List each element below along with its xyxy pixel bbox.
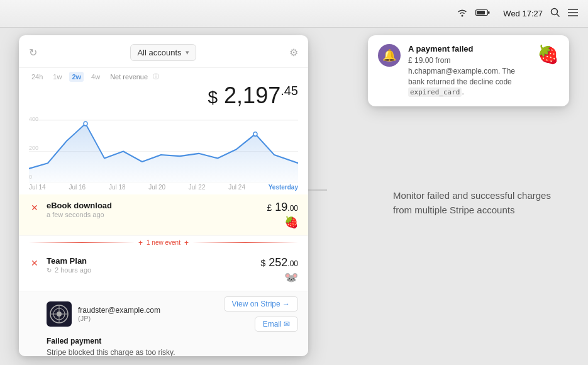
window-header: ↻ All accounts ▾ ⚙: [19, 35, 308, 68]
notification-popup: 🔔 A payment failed £ 19.00 from h.chapma…: [368, 35, 569, 106]
tagline-text: Monitor failed and successful charges fr…: [393, 189, 557, 217]
svg-marker-19: [308, 189, 312, 191]
hamburger-icon[interactable]: [568, 8, 578, 20]
account-select-dropdown[interactable]: All accounts ▾: [130, 44, 196, 61]
revenue-whole: 2,197: [224, 82, 280, 108]
transaction-team[interactable]: ✕ Team Plan ↻ 2 hours ago $ 252.00 🐭: [19, 250, 308, 291]
svg-rect-2: [488, 11, 490, 14]
svg-point-3: [552, 8, 558, 14]
y-label-400: 400: [29, 116, 38, 122]
tab-1w[interactable]: 1w: [50, 72, 64, 82]
notification-code: expired_card: [408, 87, 462, 97]
revenue-label: Net revenue: [110, 73, 148, 81]
chart-label-jul22: Jul 22: [189, 184, 206, 191]
email-button[interactable]: Email ✉: [255, 317, 298, 332]
y-label-0: 0: [29, 174, 38, 180]
failed-icon-team: ✕: [29, 257, 40, 269]
info-icon: ⓘ: [153, 72, 159, 81]
battery-icon: [475, 8, 491, 20]
time-tabs-row: 24h 1w 2w 4w Net revenue ⓘ: [19, 68, 308, 82]
menubar-icons: Wed 17:27: [457, 8, 578, 20]
notification-icon: 🔔: [378, 44, 401, 67]
merchant-row: fraudster@example.com (JP) View on Strip…: [47, 296, 298, 332]
chart-area: 400 200 0: [19, 113, 308, 182]
svg-rect-1: [477, 11, 485, 14]
revenue-amount: $ 2,197.45: [208, 83, 299, 108]
notification-title: A payment failed: [408, 44, 530, 53]
tx-emoji-team: 🐭: [284, 271, 298, 284]
tab-2w[interactable]: 2w: [69, 72, 84, 82]
transactions-list: ✕ eBook download a few seconds ago £ 19.…: [19, 194, 308, 356]
refresh-button[interactable]: ↻: [29, 47, 37, 59]
revenue-currency: $: [208, 87, 218, 107]
chart-label-jul18: Jul 18: [109, 184, 126, 191]
chart-labels: Jul 14 Jul 16 Jul 18 Jul 20 Jul 22 Jul 2…: [19, 182, 308, 194]
merchant-logo: [47, 301, 72, 327]
wifi-icon: [457, 8, 468, 20]
tx-time-team: ↻ 2 hours ago: [47, 266, 260, 274]
revenue-chart: [29, 113, 298, 182]
menubar-time: Wed 17:27: [503, 9, 543, 18]
chart-label-jul16: Jul 16: [69, 184, 86, 191]
new-event-text: 1 new event: [147, 239, 180, 246]
y-axis: 400 200 0: [29, 113, 38, 182]
svg-line-4: [557, 14, 560, 16]
tx-name-ebook: eBook download: [47, 201, 267, 210]
merchant-country: (JP): [78, 315, 160, 322]
svg-point-11: [84, 121, 87, 126]
notification-body: £ 19.00 from h.chapman@example.com. The …: [408, 55, 530, 98]
svg-point-12: [253, 132, 257, 136]
merchant-email: fraudster@example.com: [78, 306, 160, 315]
connector-line: [308, 189, 327, 191]
transaction-team-expanded: fraudster@example.com (JP) View on Strip…: [19, 291, 308, 356]
chart-label-yesterday: Yesterday: [269, 184, 298, 191]
chart-label-jul24: Jul 24: [228, 184, 245, 191]
tx-name-team: Team Plan: [47, 256, 260, 266]
settings-button[interactable]: ⚙: [289, 47, 298, 59]
failed-payment-desc: Stripe blocked this charge as too risky.: [47, 348, 298, 356]
notification-emoji: 🍓: [537, 44, 559, 65]
search-icon[interactable]: [550, 8, 560, 20]
tx-currency-ebook: £: [267, 203, 272, 213]
sync-icon-team: ↻: [47, 267, 52, 274]
chevron-down-icon: ▾: [186, 48, 189, 57]
transaction-ebook[interactable]: ✕ eBook download a few seconds ago £ 19.…: [19, 194, 308, 236]
menubar: Wed 17:27: [0, 0, 588, 28]
failed-icon-ebook: ✕: [29, 202, 40, 213]
chart-label-jul14: Jul 14: [29, 184, 46, 191]
tx-amount-ebook: £ 19.00: [267, 201, 298, 214]
new-event-divider: + 1 new event +: [19, 236, 308, 250]
y-label-200: 200: [29, 145, 38, 151]
tx-whole-ebook: 19: [275, 201, 287, 213]
failed-payment-label: Failed payment: [47, 337, 298, 345]
tx-emoji-ebook: 🍓: [284, 215, 298, 229]
chart-label-jul20: Jul 20: [148, 184, 165, 191]
tx-amount-team: $ 252.00: [260, 256, 298, 269]
tx-time-ebook: a few seconds ago: [47, 211, 267, 218]
view-stripe-button[interactable]: View on Stripe →: [224, 296, 299, 312]
revenue-cents: .45: [280, 84, 298, 98]
tab-24h[interactable]: 24h: [29, 72, 45, 82]
revenue-container: $ 2,197.45: [19, 82, 308, 113]
tab-4w[interactable]: 4w: [89, 72, 103, 82]
app-window: ↻ All accounts ▾ ⚙ 24h 1w 2w 4w Net reve…: [19, 35, 308, 356]
account-select-label: All accounts: [137, 48, 181, 57]
